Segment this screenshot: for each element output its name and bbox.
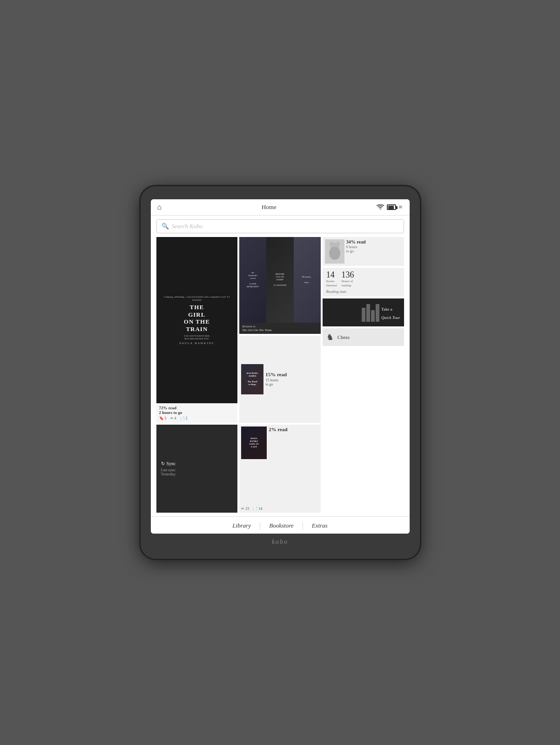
book-main-icons: 🔖 5 ✏ 4 📄 2 [159, 416, 235, 420]
related-books-row: thehusband'ssecretLIANEMORIARTY BEFOREI … [239, 237, 321, 323]
reading-stats-link[interactable]: Reading stats [326, 290, 400, 294]
book3-highlights: ✏ 23 [241, 507, 249, 511]
bottom-nav: Library | Bookstore | Extras [151, 516, 410, 534]
current-reading-info: 34% read 6 hours to go [346, 239, 402, 264]
book-author: PAULA HAWKINS [180, 342, 214, 345]
highlight-count: ✏ 4 [170, 416, 176, 420]
chess-card[interactable]: ♞ Chess [323, 328, 404, 346]
quick-tour-card[interactable]: Take a Quick Tour [323, 298, 404, 326]
wifi-icon [377, 204, 384, 210]
book2-info: 15% read 15 hours to go [265, 372, 319, 386]
svg-point-2 [330, 242, 334, 246]
sync-last: Last sync: Yesterday [161, 468, 233, 476]
related-book-1: thehusband'ssecretLIANEMORIARTY [239, 237, 266, 323]
menu-icon[interactable]: ≡ [399, 204, 403, 210]
book3-cover: MAYABANKSSAFE ATLAST [241, 427, 267, 459]
notes-count: 📄 2 [180, 416, 188, 420]
nav-bookstore[interactable]: Bookstore [261, 522, 302, 529]
kobo-logo: kobo [272, 538, 288, 546]
related-book-2: BEFOREI GO TOSLEEPS.J.WATSON [266, 237, 293, 323]
main-book-cover: 'Gripping, enthralling – a top-notch thr… [156, 237, 238, 403]
book3-icons: ✏ 23 📄 14 [241, 507, 319, 511]
battery-icon [387, 204, 396, 210]
book-quote: 'Gripping, enthralling – a top-notch thr… [160, 296, 234, 302]
main-book-progress: 72% read 2 hours to go [159, 406, 235, 415]
book3-notes: 📄 14 [253, 507, 262, 511]
main-grid: 'Gripping, enthralling – a top-notch thr… [151, 237, 410, 516]
svg-point-4 [329, 247, 340, 260]
search-icon: 🔍 [162, 223, 169, 230]
main-book-card[interactable]: 'Gripping, enthralling – a top-notch thr… [156, 237, 238, 423]
book-main-title: THEGIRLON THETRAIN [184, 304, 210, 332]
book-main-info: 72% read 2 hours to go 🔖 5 ✏ 4 📄 2 [156, 403, 238, 423]
sync-title: ↻ Sync [161, 461, 233, 466]
bookmark-count: 🔖 5 [159, 416, 167, 420]
status-icons: ≡ [377, 204, 403, 210]
related-book-3: Reconstr...Ame... [294, 237, 321, 323]
top-bar: ⌂ Home ≡ [151, 199, 410, 216]
right-column: 34% read 6 hours to go 14 Bo [323, 237, 404, 513]
current-reading-card[interactable]: 34% read 6 hours to go [323, 237, 404, 266]
chess-label: Chess [337, 334, 350, 340]
stats-row: 14 Booksfinished 136 Hours ofreading [326, 271, 400, 288]
stat-hours: 136 Hours ofreading [341, 271, 354, 288]
related-card[interactable]: thehusband'ssecretLIANEMORIARTY BEFOREI … [239, 237, 321, 334]
svg-point-3 [335, 242, 340, 246]
stat-books: 14 Booksfinished [326, 271, 337, 288]
tour-visual [326, 303, 379, 322]
related-label: Related to The Girl On The Train [239, 323, 321, 334]
home-icon[interactable]: ⌂ [157, 203, 162, 211]
page-title: Home [262, 203, 277, 211]
sync-icon: ↻ [161, 461, 165, 466]
sync-card[interactable]: ↻ Sync Last sync: Yesterday [156, 425, 238, 513]
search-placeholder: Search Kobo [172, 223, 203, 230]
book2-cover: RACHAELJOHNSThe Roadto Hope [241, 364, 263, 394]
book2-card[interactable]: RACHAELJOHNSThe Roadto Hope 15% read 15 … [239, 336, 321, 423]
tour-text: Take a Quick Tour [381, 304, 400, 321]
device: ⌂ Home ≡ 🔍 Search Kobo [141, 186, 420, 559]
stats-card[interactable]: 14 Booksfinished 136 Hours ofreading Rea… [323, 268, 404, 297]
book3-card[interactable]: MAYABANKSSAFE ATLAST 2% read ✏ 23 📄 14 [239, 425, 321, 513]
nav-library[interactable]: Library [224, 522, 259, 529]
screen: ⌂ Home ≡ 🔍 Search Kobo [151, 199, 410, 534]
gummy-bear-art [325, 239, 344, 264]
current-book-cover [325, 239, 344, 264]
book-subtitle: YOU DON'T KNOW HER.BUT SHE KNOWS YOU. [184, 335, 210, 341]
search-bar[interactable]: 🔍 Search Kobo [156, 219, 404, 233]
chess-icon: ♞ [326, 332, 334, 342]
nav-extras[interactable]: Extras [304, 522, 336, 529]
book3-info: 2% read [269, 427, 319, 505]
